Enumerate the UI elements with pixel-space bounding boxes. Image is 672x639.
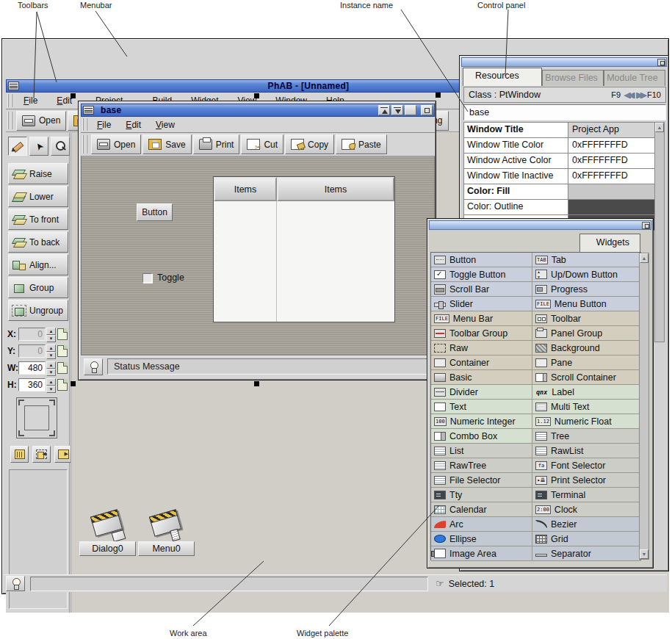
module-notes-button[interactable] — [10, 446, 29, 463]
dialog-module-icon[interactable] — [87, 508, 129, 541]
base-toolbar-copy-button[interactable]: Copy — [285, 134, 334, 154]
base-toolbar-paste-button[interactable]: Paste — [336, 134, 387, 154]
widget-item-rawtree[interactable]: RawTree — [431, 458, 532, 473]
titlebar-blank-button[interactable] — [405, 105, 416, 115]
widget-item-clock[interactable]: 2:00Clock — [532, 502, 640, 517]
base-menubar-grip[interactable] — [82, 118, 87, 131]
tool-magnifier-button[interactable] — [51, 137, 70, 156]
widget-item-text[interactable]: Text — [431, 400, 532, 414]
status-hint-button[interactable] — [6, 576, 25, 591]
widget-item-scroll-container[interactable]: Scroll Container — [532, 370, 640, 385]
palette-titlebar[interactable] — [429, 220, 651, 230]
menu-file[interactable]: File — [22, 94, 39, 107]
selection-handle-bottom-left[interactable] — [71, 381, 76, 386]
stepper-down-icon[interactable]: ▼ — [46, 352, 56, 359]
widget-item-scroll-bar[interactable]: Scroll Bar — [431, 282, 532, 297]
spinner-value-x[interactable]: 0 — [18, 328, 46, 341]
stepper-up-icon[interactable]: ▲ — [46, 328, 56, 335]
widget-item-divider[interactable]: Divider — [431, 385, 532, 400]
widget-item-up-down-button[interactable]: Up/Down Button — [532, 267, 640, 282]
tree-header-1[interactable]: Items — [214, 177, 277, 201]
resource-row-window-title[interactable]: Window TitleProject App — [464, 123, 656, 138]
group-button[interactable]: Group — [8, 277, 68, 298]
stepper-up-icon[interactable]: ▲ — [46, 344, 56, 352]
base-menu-file[interactable]: File — [95, 118, 112, 131]
base-toolbar-open-button[interactable]: Open — [91, 134, 141, 154]
tab-module-tree[interactable]: Module Tree — [604, 70, 665, 86]
selection-handle-bottom-center[interactable] — [254, 381, 259, 386]
base-toolbar-save-button[interactable]: Save — [142, 134, 191, 154]
tab-widgets[interactable]: Widgets — [579, 234, 640, 252]
anchoring-diagram[interactable] — [16, 397, 57, 438]
tree-header-2[interactable]: Items — [277, 177, 394, 201]
resource-scrollbar[interactable]: ▲ — [654, 122, 665, 342]
base-toolbar-print-button[interactable]: Print — [193, 134, 240, 154]
palette-menu-icon[interactable] — [642, 222, 650, 229]
spinner-stepper-x[interactable]: ▲▼ — [46, 328, 56, 341]
widget-item-basic[interactable]: Basic — [431, 370, 532, 385]
base-canvas[interactable]: Button Toggle Items Items — [81, 156, 435, 355]
lock-icon[interactable] — [57, 328, 68, 340]
toolbar-open-button[interactable]: Open — [16, 111, 66, 131]
designed-button-widget[interactable]: Button — [137, 203, 173, 221]
widget-item-raw[interactable]: Raw — [431, 341, 532, 355]
next-class-icon[interactable]: ▶▶ — [636, 90, 644, 100]
resource-row-window-title-inactive[interactable]: Window Title Inactive0xFFFFFFFD — [464, 169, 656, 184]
stepper-down-icon[interactable]: ▼ — [46, 386, 56, 393]
align-button[interactable]: Align... — [8, 254, 68, 275]
menubar-grip[interactable] — [7, 94, 12, 107]
widget-item-tree[interactable]: Tree — [532, 429, 640, 444]
widget-item-grid[interactable]: Grid — [532, 532, 640, 546]
widget-item-file-selector[interactable]: File Selector — [431, 473, 532, 488]
ungroup-button[interactable]: Ungroup — [8, 300, 68, 321]
resource-row-window-active-color[interactable]: Window Active Color0xFFFFFFFD — [464, 154, 656, 169]
lower-button[interactable]: Lower — [8, 186, 68, 207]
lock-icon[interactable] — [57, 379, 68, 391]
palette-scroll-down-icon[interactable]: ▼ — [640, 549, 648, 559]
resource-value[interactable]: 0xFFFFFFFD — [568, 154, 656, 168]
prev-class-icon[interactable]: ◀◀ — [624, 90, 632, 100]
palette-scrollbar[interactable]: ▲ ▼ — [639, 253, 649, 560]
resource-color-swatch[interactable] — [568, 200, 656, 214]
move-into-module-button[interactable] — [32, 446, 51, 463]
palette-scroll-up-icon[interactable]: ▲ — [640, 253, 648, 263]
menu-module-icon[interactable] — [145, 508, 188, 541]
module-label-menu0[interactable]: Menu0 — [138, 541, 195, 556]
widget-item-bezier[interactable]: Bezier — [532, 517, 640, 532]
selection-handle-top-center[interactable] — [254, 93, 259, 98]
widget-item-container[interactable]: Container — [431, 355, 532, 370]
widget-item-terminal[interactable]: Terminal — [532, 488, 640, 502]
titlebar-menu-button[interactable] — [421, 105, 433, 115]
base-menu-edit[interactable]: Edit — [124, 118, 142, 131]
widget-item-label[interactable]: qnxLabel — [532, 385, 640, 400]
widget-item-menu-bar[interactable]: FILEMenu Bar — [431, 311, 532, 326]
base-window-menu-icon[interactable] — [83, 106, 94, 115]
widget-item-toolbar-group[interactable]: Toolbar Group — [431, 326, 532, 341]
titlebar-unshade-button[interactable] — [391, 105, 403, 115]
toolbar-grip[interactable] — [7, 112, 12, 129]
widget-item-separator[interactable]: Separator — [532, 546, 640, 561]
widget-item-rawlist[interactable]: RawList — [532, 444, 640, 458]
tab-resources[interactable]: Resources — [463, 68, 542, 86]
stepper-up-icon[interactable]: ▲ — [46, 378, 56, 386]
widget-item-tty[interactable]: Tty — [431, 488, 532, 502]
spinner-value-y[interactable]: 0 — [18, 344, 46, 358]
resource-value[interactable]: Project App — [568, 123, 656, 137]
widget-item-menu-button[interactable]: FILEMenu Button — [532, 297, 640, 311]
widget-item-numeric-integer[interactable]: 100Numeric Integer — [431, 414, 532, 429]
widget-item-toolbar[interactable]: Toolbar — [532, 311, 640, 326]
instance-name-input[interactable]: base — [463, 104, 666, 120]
control-panel-titlebar[interactable] — [461, 57, 667, 67]
widget-item-slider[interactable]: Slider — [431, 297, 532, 311]
lock-icon[interactable] — [57, 345, 68, 357]
spinner-stepper-y[interactable]: ▲▼ — [46, 344, 56, 358]
widget-item-panel-group[interactable]: Panel Group — [532, 326, 640, 341]
hint-button[interactable] — [84, 358, 103, 375]
widget-item-calendar[interactable]: Calendar — [431, 502, 532, 517]
base-toolbar-grip[interactable] — [82, 135, 87, 154]
widget-item-button[interactable]: Button — [431, 253, 532, 267]
resource-row-color-outline[interactable]: Color: Outline — [464, 200, 656, 215]
raise-button[interactable]: Raise — [8, 163, 68, 184]
selection-handle-top-right[interactable] — [436, 93, 441, 98]
lock-icon[interactable] — [57, 362, 68, 374]
